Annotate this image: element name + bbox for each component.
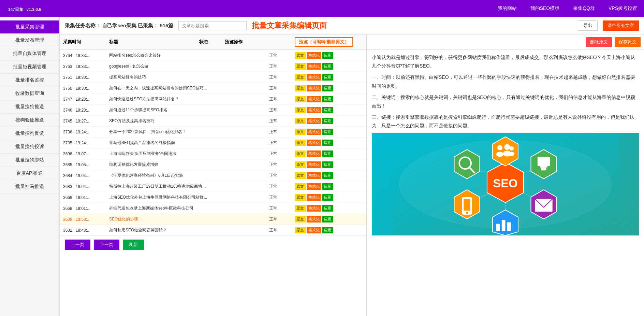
- btn-yuanwen[interactable]: 原文: [295, 140, 306, 146]
- btn-geshihua[interactable]: 格式化: [307, 172, 321, 179]
- btn-yuanwen[interactable]: 原文: [295, 205, 306, 212]
- export-button[interactable]: 导出: [578, 20, 598, 31]
- sidebar-item-collect-manage[interactable]: 批量采集管理: [0, 20, 59, 34]
- btn-geshihua[interactable]: 格式化: [307, 194, 321, 201]
- btn-geshihua[interactable]: 格式化: [307, 107, 321, 113]
- row-title: 特斯拉上海超级工厂19日复工推动100多家供应商协...: [109, 184, 267, 189]
- btn-geshihua[interactable]: 格式化: [307, 161, 321, 168]
- btn-geshihua[interactable]: 格式化: [307, 216, 321, 222]
- preview-content: 小编认为就是通过引擎，得到好的，获得更多网站度我们称作流量，最后成成交。那么到底…: [367, 50, 644, 239]
- row-title: 上海法院判决'负面压制业务'合同违法: [109, 151, 267, 157]
- btn-yingyong[interactable]: 应用: [322, 172, 333, 179]
- btn-geshihua[interactable]: 格式化: [307, 74, 321, 81]
- sidebar-item-sogou-feedback[interactable]: 批量搜狗反馈: [0, 127, 59, 140]
- btn-yingyong[interactable]: 应用: [322, 194, 333, 201]
- btn-yuanwen[interactable]: 原文: [295, 161, 306, 168]
- table-row: 3745 . 19:27:... SEO方法及提高排名技巧 正常 原文 格式化 …: [60, 116, 366, 127]
- btn-yuanwen[interactable]: 原文: [295, 96, 306, 102]
- btn-yuanwen[interactable]: 原文: [295, 129, 306, 135]
- row-time: 3632 . 18:48:...: [63, 228, 107, 233]
- svg-point-10: [509, 152, 514, 156]
- btn-yuanwen[interactable]: 原文: [295, 52, 306, 59]
- prev-page-button[interactable]: 上一页: [65, 240, 90, 250]
- row-title: 亚马逊SEO提高产品排名的终极指南: [109, 140, 267, 146]
- sidebar-item-sogou-complaint[interactable]: 批量搜狗投诉: [0, 140, 59, 154]
- sidebar-item-video-manage[interactable]: 批量短视频管理: [0, 60, 59, 74]
- btn-yingyong[interactable]: 应用: [322, 118, 333, 124]
- btn-geshihua[interactable]: 格式化: [307, 129, 321, 135]
- preview-header-button[interactable]: 预览（可编辑/删除原文）: [295, 37, 353, 47]
- nav-my-site[interactable]: 我的网站: [498, 5, 517, 12]
- sidebar-item-sogou-push[interactable]: 批量搜狗推送: [0, 100, 59, 114]
- sidebar-item-data-query[interactable]: 收录数据查询: [0, 87, 59, 100]
- btn-yingyong[interactable]: 应用: [322, 205, 333, 212]
- btn-yuanwen[interactable]: 原文: [295, 107, 306, 113]
- btn-yuanwen[interactable]: 原文: [295, 172, 306, 179]
- btn-yuanwen[interactable]: 原文: [295, 183, 306, 190]
- sidebar-item-rank-monitor[interactable]: 批量排名监控: [0, 74, 59, 87]
- btn-geshihua[interactable]: 格式化: [307, 63, 321, 70]
- btn-yingyong[interactable]: 应用: [322, 96, 333, 102]
- sidebar-item-sogou-verify[interactable]: 搜狗验证推送: [0, 114, 59, 127]
- table-row: 3764 . 19:33:... 网站排名seo怎么做会比较好 正常 原文 格式…: [60, 50, 366, 61]
- main-layout: 批量采集管理 批量发布管理 批量自媒体管理 批量短视频管理 批量排名监控 收录数…: [0, 17, 644, 316]
- nav-qq-group[interactable]: 采集QQ群: [573, 5, 595, 12]
- btn-yingyong[interactable]: 应用: [322, 74, 333, 81]
- nav-vps-setting[interactable]: VPS拨号设置: [609, 5, 637, 12]
- sidebar-item-shenma-push[interactable]: 批量神马推送: [0, 180, 59, 193]
- btn-yuanwen[interactable]: 原文: [295, 194, 306, 201]
- btn-yuanwen[interactable]: 原文: [295, 74, 306, 81]
- row-status: 正常: [269, 184, 293, 189]
- btn-yingyong[interactable]: 应用: [322, 161, 333, 168]
- btn-geshihua[interactable]: 格式化: [307, 140, 321, 146]
- row-title: googleseo排名怎么做: [109, 63, 267, 69]
- btn-yingyong[interactable]: 应用: [322, 140, 333, 146]
- btn-yuanwen[interactable]: 原文: [295, 227, 306, 233]
- sidebar-item-baidu-api[interactable]: 百度API推送: [0, 167, 59, 180]
- search-input[interactable]: [178, 21, 247, 30]
- btn-geshihua[interactable]: 格式化: [307, 96, 321, 102]
- btn-yingyong[interactable]: 应用: [322, 183, 333, 190]
- row-title: 如何利用SEO做全网霸屏营销？: [109, 227, 267, 233]
- btn-yuanwen[interactable]: 原文: [295, 150, 306, 157]
- row-actions: 原文 格式化 应用: [295, 96, 363, 102]
- save-original-button[interactable]: 保存原文: [615, 37, 641, 47]
- row-title: 如何通过11个步骤提高SEO排名: [109, 107, 267, 113]
- btn-yingyong[interactable]: 应用: [322, 227, 333, 233]
- table-row: 3751 . 19:30:... 提高网站排名的技巧 正常 原文 格式化 应用: [60, 72, 366, 83]
- sidebar-item-sogou-bind[interactable]: 批量搜狗绑站: [0, 154, 59, 167]
- btn-yingyong[interactable]: 应用: [322, 107, 333, 113]
- btn-geshihua[interactable]: 格式化: [307, 52, 321, 59]
- btn-yingyong[interactable]: 应用: [322, 216, 333, 222]
- btn-yingyong[interactable]: 应用: [322, 63, 333, 70]
- btn-geshihua[interactable]: 格式化: [307, 227, 321, 233]
- row-time: 3638 . 18:53:...: [63, 217, 107, 222]
- btn-geshihua[interactable]: 格式化: [307, 85, 321, 91]
- sidebar-item-publish-manage[interactable]: 批量发布管理: [0, 34, 59, 47]
- btn-yingyong[interactable]: 应用: [322, 150, 333, 157]
- sidebar-item-media-manage[interactable]: 批量自媒体管理: [0, 47, 59, 60]
- btn-yuanwen[interactable]: 原文: [295, 118, 306, 124]
- sidebar: 批量采集管理 批量发布管理 批量自媒体管理 批量短视频管理 批量排名监控 收录数…: [0, 17, 60, 316]
- nav-my-seo[interactable]: 我的SEO模版: [530, 5, 560, 12]
- row-actions: 原文 格式化 应用: [295, 52, 363, 59]
- btn-geshihua[interactable]: 格式化: [307, 183, 321, 190]
- btn-geshihua[interactable]: 格式化: [307, 118, 321, 124]
- btn-yuanwen[interactable]: 原文: [295, 63, 306, 70]
- clear-all-button[interactable]: 清空所有文章: [603, 20, 639, 31]
- next-page-button[interactable]: 下一页: [94, 240, 119, 250]
- btn-geshihua[interactable]: 格式化: [307, 150, 321, 157]
- preview-section: 删除原文 保存原文 小编认为就是通过引擎，得到好的，获得更多网站度我们称作流量，…: [367, 34, 644, 316]
- svg-rect-19: [502, 220, 506, 231]
- refresh-button[interactable]: 刷新: [123, 240, 144, 250]
- row-time: 3746 . 19:28:...: [63, 108, 107, 113]
- btn-yingyong[interactable]: 应用: [322, 129, 333, 135]
- btn-yuanwen[interactable]: 原文: [295, 85, 306, 91]
- row-actions: 原文 格式化 应用: [295, 172, 363, 179]
- btn-geshihua[interactable]: 格式化: [307, 205, 321, 212]
- delete-original-button[interactable]: 删除原文: [586, 37, 612, 47]
- btn-yingyong[interactable]: 应用: [322, 85, 333, 91]
- btn-yuanwen[interactable]: 原文: [295, 216, 306, 222]
- btn-yingyong[interactable]: 应用: [322, 52, 333, 59]
- row-status: 正常: [269, 140, 293, 146]
